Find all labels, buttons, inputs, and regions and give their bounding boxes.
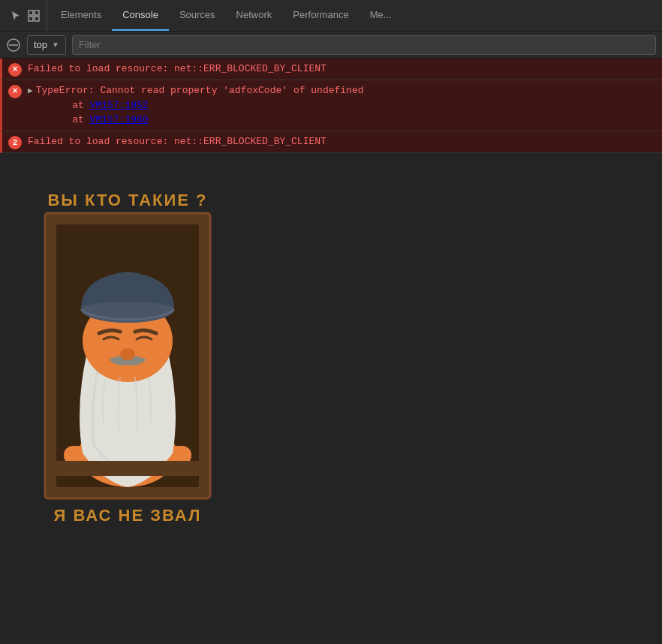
error-stack-line-1: at VM157:1952 (49, 98, 364, 113)
error-link-2[interactable]: VM157:1960 (90, 114, 149, 125)
tab-console[interactable]: Console (112, 0, 169, 31)
console-error-row-2: × ▶ TypeError: Cannot read property 'adf… (0, 80, 662, 131)
inspect-icon[interactable] (27, 9, 41, 23)
no-entry-icon[interactable] (6, 38, 21, 53)
tab-more[interactable]: Me... (360, 0, 402, 31)
svg-rect-1 (35, 11, 39, 15)
console-messages: × Failed to load resource: net::ERR_BLOC… (0, 59, 662, 153)
svg-rect-3 (35, 17, 39, 21)
svg-point-17 (81, 302, 174, 317)
tab-sources[interactable]: Sources (169, 0, 226, 31)
svg-rect-19 (56, 461, 199, 476)
tab-network[interactable]: Network (226, 0, 283, 31)
error-stack-line-2: at VM157:1960 (49, 113, 364, 128)
error-multi-content: ▶ TypeError: Cannot read property 'adfox… (28, 83, 364, 128)
expand-arrow[interactable]: ▶ (28, 86, 33, 95)
error-icon-1: × (8, 63, 22, 77)
svg-rect-2 (29, 17, 33, 21)
svg-rect-0 (29, 11, 33, 15)
devtools-tab-bar: Elements Console Sources Network Perform… (0, 0, 662, 32)
console-error-text-3: Failed to load resource: net::ERR_BLOCKE… (28, 134, 326, 149)
context-dropdown-arrow: ▼ (52, 41, 59, 49)
tab-performance[interactable]: Performance (282, 0, 359, 31)
context-selector[interactable]: top ▼ (27, 35, 66, 55)
filter-input[interactable] (72, 35, 656, 55)
context-label: top (34, 39, 47, 50)
cartoon-image: ВЫ КТО ТАКИЕ ? (15, 168, 240, 543)
tab-elements[interactable]: Elements (50, 0, 112, 31)
image-area: ВЫ КТО ТАКИЕ ? (0, 153, 662, 558)
svg-point-18 (120, 348, 135, 360)
tab-icon-area (3, 0, 47, 31)
console-error-text-1: Failed to load resource: net::ERR_BLOCKE… (28, 62, 326, 77)
console-toolbar: top ▼ (0, 32, 662, 59)
error-badge-count: 2 (8, 136, 22, 149)
console-typeerror-text: TypeError: Cannot read property 'adfoxCo… (36, 83, 364, 98)
svg-text:Я ВАС НЕ ЗВАЛ: Я ВАС НЕ ЗВАЛ (54, 506, 202, 525)
console-error-row-3: 2 Failed to load resource: net::ERR_BLOC… (0, 131, 662, 153)
error-link-1[interactable]: VM157:1952 (90, 100, 149, 111)
error-icon-2: × (8, 85, 22, 98)
svg-text:ВЫ КТО ТАКИЕ ?: ВЫ КТО ТАКИЕ ? (47, 191, 207, 209)
console-error-row-1: × Failed to load resource: net::ERR_BLOC… (0, 59, 662, 80)
cursor-icon[interactable] (9, 9, 23, 23)
